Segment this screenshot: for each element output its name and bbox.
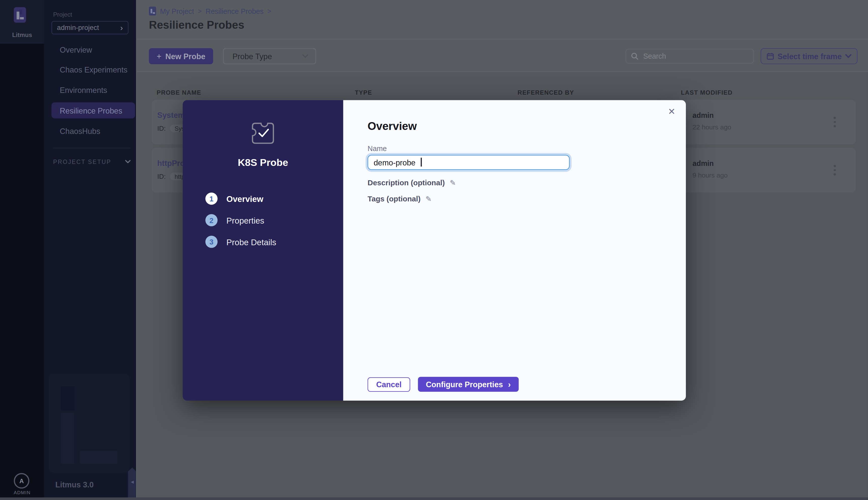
create-probe-modal: K8S Probe 1 Overview 2 Properties 3 Prob… <box>183 100 686 400</box>
collapse-icon: ◀ <box>131 480 134 484</box>
project-setup-label: PROJECT SETUP <box>53 158 111 165</box>
tags-field-row: Tags (optional) ✎ <box>368 195 431 203</box>
close-icon[interactable]: ✕ <box>668 106 675 117</box>
sidebar-collapse-button[interactable]: ◀ <box>128 467 137 500</box>
name-field-wrap <box>368 155 570 170</box>
page-header: My Project > Resilience Probes > Resilie… <box>137 0 868 39</box>
name-label: Name <box>368 145 387 153</box>
wizard-step-probe-details[interactable]: 3 Probe Details <box>205 236 276 248</box>
search-icon <box>631 53 638 60</box>
sidebar-rail: Litmus A ADMIN <box>0 0 44 500</box>
puzzle-check-icon <box>250 120 276 146</box>
user-avatar[interactable]: A <box>14 473 30 489</box>
sidebar-item-overview[interactable]: Overview <box>44 39 136 60</box>
column-header-type: TYPE <box>355 89 372 96</box>
step-number: 3 <box>205 236 217 248</box>
modified-ago: 22 hours ago <box>692 123 731 131</box>
project-selector-value: admin-project <box>57 24 99 32</box>
calendar-icon <box>766 53 774 60</box>
column-header-last-modified: LAST MODIFIED <box>681 89 732 96</box>
sidebar-promo-card <box>49 373 129 473</box>
chevron-down-icon <box>125 160 131 163</box>
app-version: Litmus 3.0 <box>55 480 94 489</box>
page-title: Resilience Probes <box>149 19 244 32</box>
plus-icon: + <box>157 52 161 61</box>
breadcrumb-resilience-probes[interactable]: Resilience Probes <box>205 7 263 15</box>
probe-type-dropdown[interactable]: Probe Type <box>223 48 316 64</box>
row-menu-button[interactable] <box>834 117 836 127</box>
modified-by: admin <box>692 111 713 120</box>
modal-wizard-panel: K8S Probe 1 Overview 2 Properties 3 Prob… <box>183 100 343 400</box>
name-input[interactable] <box>368 155 570 170</box>
wizard-step-properties[interactable]: 2 Properties <box>205 214 264 226</box>
step-number: 2 <box>205 214 217 226</box>
project-label: Project <box>53 11 72 18</box>
sidebar-item-chaoshubs[interactable]: ChaosHubs <box>44 121 136 141</box>
breadcrumb: My Project > Resilience Probes > <box>149 7 271 15</box>
modified-by: admin <box>692 159 713 168</box>
chevron-right-icon: › <box>121 24 123 32</box>
search-input[interactable] <box>642 52 744 61</box>
step-label: Probe Details <box>226 237 276 247</box>
probe-name-link[interactable]: System <box>157 111 185 120</box>
configure-properties-button[interactable]: Configure Properties › <box>418 377 519 392</box>
project-selector[interactable]: admin-project › <box>52 21 128 34</box>
user-role-label: ADMIN <box>0 490 44 495</box>
description-field-row: Description (optional) ✎ <box>368 179 456 187</box>
search-box <box>625 48 754 64</box>
tags-label: Tags (optional) <box>368 195 420 203</box>
breadcrumb-separator: > <box>198 7 202 15</box>
step-label: Properties <box>226 216 264 225</box>
litmus-app: Litmus A ADMIN Project admin-project › O… <box>0 0 868 500</box>
toolbar: + New Probe Probe Type <box>137 39 868 72</box>
logo-caption: Litmus <box>0 32 44 38</box>
chevron-right-icon: › <box>508 380 511 388</box>
wizard-title: K8S Probe <box>183 157 343 169</box>
edit-pencil-icon[interactable]: ✎ <box>426 195 431 203</box>
new-probe-button[interactable]: + New Probe <box>149 48 213 64</box>
horizontal-scrollbar[interactable] <box>0 498 868 500</box>
modified-ago: 9 hours ago <box>692 171 728 179</box>
cancel-button[interactable]: Cancel <box>368 377 410 392</box>
modal-heading: Overview <box>368 120 417 133</box>
column-header-probe-name: PROBE NAME <box>157 89 201 96</box>
column-header-referenced-by: REFERENCED BY <box>518 89 574 96</box>
step-label: Overview <box>226 194 263 203</box>
litmus-logo-icon[interactable] <box>14 7 26 23</box>
breadcrumb-logo-icon <box>149 7 156 15</box>
step-number: 1 <box>205 193 217 205</box>
breadcrumb-separator: > <box>268 7 271 15</box>
description-label: Description (optional) <box>368 179 445 187</box>
sidebar-item-resilience-probes[interactable]: Resilience Probes <box>44 100 136 121</box>
row-menu-button[interactable] <box>834 165 836 175</box>
chevron-down-icon <box>846 54 852 58</box>
time-frame-button[interactable]: Select time frame <box>761 48 858 64</box>
chevron-down-icon <box>302 54 308 58</box>
project-setup-toggle[interactable]: PROJECT SETUP <box>53 158 131 165</box>
nav-divider <box>53 148 131 148</box>
text-caret <box>421 158 421 167</box>
wizard-step-overview[interactable]: 1 Overview <box>205 193 263 205</box>
modal-form-panel: ✕ Overview Name Description (optional) ✎… <box>343 100 686 400</box>
edit-pencil-icon[interactable]: ✎ <box>450 179 456 187</box>
breadcrumb-my-project[interactable]: My Project <box>160 7 194 15</box>
sidebar-item-environments[interactable]: Environments <box>44 80 136 100</box>
sidebar-nav: Project admin-project › Overview Chaos E… <box>44 0 136 500</box>
sidebar-item-chaos-experiments[interactable]: Chaos Experiments <box>44 59 136 80</box>
probe-name-link[interactable]: httpPro <box>157 159 185 168</box>
logo-cell: Litmus <box>0 0 44 44</box>
